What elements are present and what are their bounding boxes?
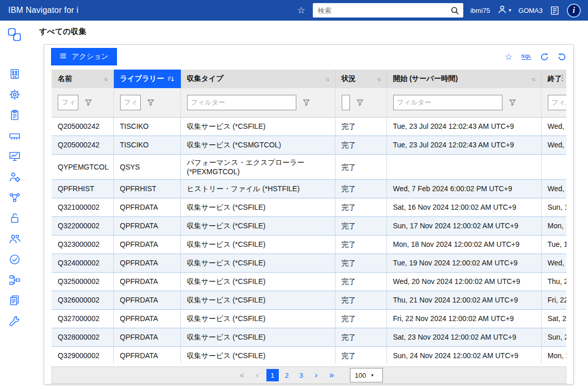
collections-table: 名前↑↓ライブラリー収集タイプ↑↓状況↑↓開始 (サーバー時間)↑↓終了↑↓ Q… bbox=[52, 70, 566, 363]
unlock-icon[interactable] bbox=[4, 211, 25, 225]
page-size-select[interactable]: 100 ▾ bbox=[350, 368, 383, 382]
table-cell: Wed, 20 Nov 2024 12:00:02 AM UTC+9 bbox=[387, 272, 541, 291]
table-row[interactable]: Q323000002QPFRDATA収集サービス (*CSFILE)完了Mon,… bbox=[52, 235, 566, 254]
page-1-button[interactable]: 1 bbox=[266, 369, 279, 381]
table-row[interactable]: Q322000002QPFRDATA収集サービス (*CSFILE)完了Sun,… bbox=[52, 216, 566, 235]
previous-page-button[interactable]: ‹ bbox=[251, 368, 264, 382]
filter-row bbox=[52, 88, 566, 117]
table-cell: 完了 bbox=[335, 254, 387, 272]
page-2-button[interactable]: 2 bbox=[281, 369, 293, 381]
table-cell: Wed, 27 bbox=[541, 179, 566, 198]
task-list-icon[interactable] bbox=[4, 108, 25, 122]
table-cell: Q321000002 bbox=[52, 198, 113, 216]
topology-icon[interactable] bbox=[4, 273, 25, 287]
table-cell: Mon, 18 Nov 2024 12:00:02 AM UTC+9 bbox=[387, 235, 541, 254]
table-cell: Wed, 24 bbox=[541, 117, 566, 136]
table-cell: 収集サービス (*CSFILE) bbox=[180, 309, 335, 328]
filter-funnel-icon[interactable] bbox=[303, 98, 310, 106]
table-row[interactable]: Q328000002QPFRDATA収集サービス (*CSFILE)完了Sat,… bbox=[52, 328, 566, 346]
pagination: « ‹ 123 › » 100 ▾ bbox=[52, 366, 566, 384]
table-row[interactable]: Q205000242TISCIKO収集サービス (*CSFILE)完了Tue, … bbox=[52, 117, 566, 136]
filter-input-4[interactable] bbox=[393, 95, 502, 110]
performance-chart-icon[interactable] bbox=[4, 149, 25, 163]
reset-icon[interactable] bbox=[558, 53, 566, 61]
favorites-star-icon[interactable]: ☆ bbox=[297, 6, 306, 15]
column-header-4[interactable]: 開始 (サーバー時間)↑↓ bbox=[387, 70, 541, 88]
table-cell: 収集サービス (*CSFILE) bbox=[180, 117, 335, 136]
filter-funnel-icon[interactable] bbox=[147, 98, 155, 106]
memory-icon[interactable] bbox=[4, 129, 25, 143]
actions-button[interactable]: アクション bbox=[51, 48, 117, 65]
ibm-i-logo[interactable]: i bbox=[567, 4, 581, 18]
toolbar-right: ☆ SQL bbox=[505, 53, 566, 61]
table-row[interactable]: Q327000002QPFRDATA収集サービス (*CSFILE)完了Fri,… bbox=[52, 309, 566, 328]
settings-icon[interactable] bbox=[4, 88, 25, 102]
table-row[interactable]: Q329000002QPFRDATA収集サービス (*CSFILE)完了Sun,… bbox=[52, 346, 566, 363]
table-cell: 完了 bbox=[335, 346, 387, 363]
actions-label: アクション bbox=[72, 52, 109, 61]
sort-icon: ↑↓ bbox=[326, 76, 329, 82]
connections-icon[interactable] bbox=[4, 191, 25, 205]
filter-input-0[interactable] bbox=[58, 95, 78, 110]
verify-icon[interactable] bbox=[4, 253, 25, 266]
table-row[interactable]: Q326000002QPFRDATA収集サービス (*CSFILE)完了Thu,… bbox=[52, 291, 566, 309]
table-cell: Q325000002 bbox=[52, 272, 113, 291]
last-page-button[interactable]: » bbox=[325, 368, 339, 382]
chevron-down-icon: ▾ bbox=[509, 8, 511, 13]
user-group-icon[interactable] bbox=[4, 232, 25, 246]
filter-funnel-icon[interactable] bbox=[509, 98, 516, 106]
user-menu[interactable]: ▾ bbox=[497, 5, 511, 16]
table-cell: Sat, 23 bbox=[541, 309, 566, 328]
filter-funnel-icon[interactable] bbox=[356, 98, 364, 106]
page-size-value: 100 bbox=[355, 372, 366, 379]
table-cell: Q205000242 bbox=[52, 136, 113, 154]
person-icon bbox=[497, 5, 507, 16]
table-cell: QPFRDATA bbox=[113, 328, 180, 346]
table-row[interactable]: QPFRHISTQPFRHISTヒストリー・ファイル (*HSTFILE)完了W… bbox=[52, 179, 566, 198]
table-row[interactable]: Q321000002QPFRDATA収集サービス (*CSFILE)完了Sat,… bbox=[52, 198, 566, 216]
table-cell: QPFRDATA bbox=[113, 235, 180, 254]
table-cell: QPFRDATA bbox=[113, 216, 180, 235]
top-header: IBM Navigator for i ☆ ibmi75 ▾ GOMA3 i bbox=[0, 0, 588, 21]
table-cell: 完了 bbox=[335, 272, 387, 291]
tools-icon[interactable] bbox=[4, 314, 25, 328]
table-cell: Tue, 19 Nov 2024 12:00:02 AM UTC+9 bbox=[387, 254, 541, 272]
table-cell: Sun, 17 bbox=[541, 198, 566, 216]
filter-input-5[interactable] bbox=[548, 95, 567, 110]
filter-funnel-icon[interactable] bbox=[85, 98, 92, 106]
journals-icon[interactable] bbox=[4, 294, 25, 308]
next-page-button[interactable]: › bbox=[310, 368, 323, 382]
filter-input-3[interactable] bbox=[342, 95, 350, 110]
table-row[interactable]: QYPEMGTCOLQSYSパフォーマンス・エクスプローラー (*PEXMGTC… bbox=[52, 154, 566, 179]
table-cell: ヒストリー・ファイル (*HSTFILE) bbox=[180, 179, 335, 198]
search-input[interactable] bbox=[313, 7, 447, 14]
search-icon[interactable] bbox=[447, 3, 463, 18]
table-row[interactable]: Q205000242TISCIKO収集サービス (*CSMGTCOL)完了Tue… bbox=[52, 136, 566, 154]
user-id: ibmi75 bbox=[471, 7, 490, 14]
journal-icon[interactable] bbox=[550, 6, 560, 15]
table-cell: Q328000002 bbox=[52, 328, 113, 346]
sort-descending-icon bbox=[167, 75, 175, 83]
app-title: IBM Navigator for i bbox=[8, 6, 78, 15]
column-header-0[interactable]: 名前↑↓ bbox=[52, 70, 113, 88]
user-settings-icon[interactable] bbox=[4, 170, 25, 184]
system-icon[interactable] bbox=[4, 67, 25, 81]
table-cell: Tue, 23 Jul 2024 12:02:43 AM UTC+9 bbox=[387, 117, 541, 136]
column-header-2[interactable]: 収集タイプ↑↓ bbox=[180, 70, 335, 88]
dashboard-icon[interactable] bbox=[4, 26, 25, 43]
table-row[interactable]: Q324000002QPFRDATA収集サービス (*CSFILE)完了Tue,… bbox=[52, 254, 566, 272]
table-cell: パフォーマンス・エクスプローラー (*PEXMGTCOL) bbox=[180, 154, 335, 179]
first-page-button[interactable]: « bbox=[236, 368, 249, 382]
table-cell: QPFRDATA bbox=[113, 309, 180, 328]
column-header-1[interactable]: ライブラリー bbox=[113, 70, 180, 88]
favorite-star-icon[interactable]: ☆ bbox=[505, 53, 512, 61]
page-3-button[interactable]: 3 bbox=[295, 369, 308, 381]
column-header-3[interactable]: 状況↑↓ bbox=[335, 70, 387, 88]
sql-icon[interactable]: SQL bbox=[522, 54, 531, 60]
refresh-icon[interactable] bbox=[540, 53, 549, 61]
filter-input-1[interactable] bbox=[120, 95, 141, 110]
table-cell: Thu, 21 Nov 2024 12:00:02 AM UTC+9 bbox=[387, 291, 541, 309]
table-row[interactable]: Q325000002QPFRDATA収集サービス (*CSFILE)完了Wed,… bbox=[52, 272, 566, 291]
column-options-icon[interactable]: ⋮ bbox=[559, 74, 566, 82]
filter-input-2[interactable] bbox=[187, 95, 296, 110]
